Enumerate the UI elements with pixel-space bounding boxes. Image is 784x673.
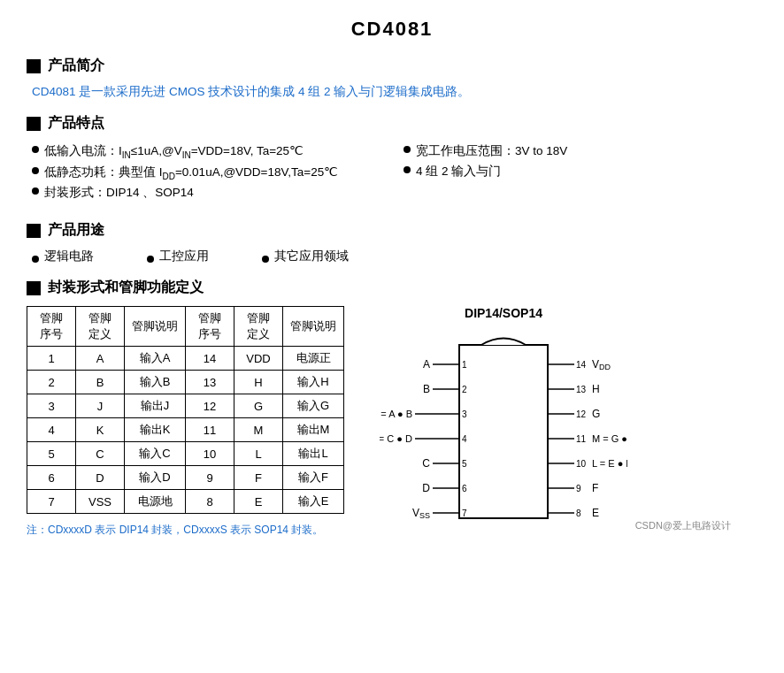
usage-section: 逻辑电路 工控应用 其它应用领域 <box>32 249 757 264</box>
th-pin-desc2: 管脚说明 <box>283 307 344 347</box>
package-section: 封装形式和管脚功能定义 管脚序号 管脚定义 管脚说明 管脚序号 管脚定义 管脚说… <box>27 279 757 538</box>
section-features-header: 产品特点 <box>27 114 757 133</box>
table-row: 4K输出K11M输出M <box>27 418 344 442</box>
usage-item-3: 其它应用领域 <box>262 249 349 264</box>
svg-text:9: 9 <box>576 484 581 493</box>
pin-table-wrapper: 管脚序号 管脚定义 管脚说明 管脚序号 管脚定义 管脚说明 1A输入A14VDD… <box>27 306 344 538</box>
square-icon <box>27 59 41 73</box>
table-row: 5C输入C10L输出L <box>27 442 344 466</box>
th-pin-num2: 管脚序号 <box>186 307 234 347</box>
feature-item-1: 低输入电流：IIN≤1uA,@VIN=VDD=18V, Ta=25℃ <box>32 141 386 163</box>
bullet-icon-7 <box>147 256 154 263</box>
features-section: 低输入电流：IIN≤1uA,@VIN=VDD=18V, Ta=25℃ 低静态功耗… <box>32 141 757 203</box>
dip-title: DIP14/SOP14 <box>465 306 542 320</box>
svg-text:H: H <box>592 383 600 395</box>
page-title: CD4081 <box>27 18 757 41</box>
th-pin-def1: 管脚定义 <box>76 307 125 347</box>
section-usage-header: 产品用途 <box>27 221 757 240</box>
svg-text:5: 5 <box>462 459 467 469</box>
th-pin-desc1: 管脚说明 <box>125 307 186 347</box>
table-row: 6D输入D9F输入F <box>27 466 344 490</box>
svg-text:VDD: VDD <box>592 358 611 371</box>
svg-text:M = G ● H: M = G ● H <box>592 433 627 444</box>
square-icon-2 <box>27 117 41 131</box>
feature-item-5: 4 组 2 输入与门 <box>404 162 757 182</box>
svg-text:4: 4 <box>462 434 467 444</box>
feature-item-2: 低静态功耗：典型值 IDD=0.01uA,@VDD=18V,Ta=25℃ <box>32 163 386 184</box>
svg-text:11: 11 <box>576 434 587 444</box>
th-pin-def2: 管脚定义 <box>234 307 283 347</box>
svg-text:13: 13 <box>576 385 587 394</box>
svg-text:C: C <box>422 457 430 470</box>
table-row: 2B输入B13H输入H <box>27 371 344 394</box>
table-header-row: 管脚序号 管脚定义 管脚说明 管脚序号 管脚定义 管脚说明 <box>27 307 344 347</box>
svg-text:K = C ● D: K = C ● D <box>380 433 412 444</box>
features-left: 低输入电流：IIN≤1uA,@VIN=VDD=18V, Ta=25℃ 低静态功耗… <box>32 141 386 203</box>
svg-rect-0 <box>459 345 548 518</box>
features-grid: 低输入电流：IIN≤1uA,@VIN=VDD=18V, Ta=25℃ 低静态功耗… <box>32 141 757 203</box>
intro-text: CD4081 是一款采用先进 CMOS 技术设计的集成 4 组 2 输入与门逻辑… <box>32 84 757 100</box>
dip-diagram: DIP14/SOP14 A 1 B 2 J = A ● B 3 <box>380 306 627 522</box>
svg-text:G: G <box>592 408 600 420</box>
section-intro-header: 产品简介 <box>27 57 757 75</box>
svg-text:B: B <box>423 383 430 395</box>
svg-text:F: F <box>592 482 598 494</box>
feature-item-3: 封装形式：DIP14 、SOP14 <box>32 183 386 203</box>
table-row: 3J输出J12G输入G <box>27 394 344 418</box>
watermark: CSDN@爱上电路设计 <box>635 519 731 532</box>
bullet-icon-8 <box>262 256 269 263</box>
square-icon-4 <box>27 281 41 295</box>
svg-text:J = A ● B: J = A ● B <box>380 409 412 419</box>
table-row: 1A输入A14VDD电源正 <box>27 347 344 371</box>
square-icon-3 <box>27 224 41 238</box>
bullet-icon <box>32 146 39 153</box>
usage-item-1: 逻辑电路 <box>32 249 94 264</box>
usage-grid: 逻辑电路 工控应用 其它应用领域 <box>32 249 757 264</box>
pin-table: 管脚序号 管脚定义 管脚说明 管脚序号 管脚定义 管脚说明 1A输入A14VDD… <box>27 306 344 514</box>
pin-table-body: 1A输入A14VDD电源正2B输入B13H输入H3J输出J12G输入G4K输出K… <box>27 347 344 514</box>
svg-text:1: 1 <box>462 360 467 370</box>
table-row: 7VSS电源地8E输入E <box>27 490 344 514</box>
svg-text:A: A <box>423 358 430 371</box>
svg-text:8: 8 <box>576 509 581 518</box>
svg-text:VSS: VSS <box>412 507 430 520</box>
usage-item-2: 工控应用 <box>147 249 209 264</box>
th-pin-num1: 管脚序号 <box>27 307 76 347</box>
svg-text:D: D <box>422 482 430 494</box>
footer-note: 注：CDxxxxD 表示 DIP14 封装，CDxxxxS 表示 SOP14 封… <box>27 523 344 538</box>
svg-text:3: 3 <box>462 409 467 419</box>
svg-text:6: 6 <box>462 484 467 493</box>
svg-text:E: E <box>592 507 599 519</box>
svg-text:L = E ● F: L = E ● F <box>592 458 627 469</box>
chip-svg: A 1 B 2 J = A ● B 3 K = C ● D 4 C 5 <box>380 327 627 522</box>
bullet-icon-3 <box>32 187 39 195</box>
svg-text:14: 14 <box>576 360 587 370</box>
bullet-icon-5 <box>404 166 411 173</box>
feature-item-4: 宽工作电压范围：3V to 18V <box>404 141 757 162</box>
svg-text:2: 2 <box>462 385 467 394</box>
bullet-icon-2 <box>32 167 39 174</box>
section-package-header: 封装形式和管脚功能定义 <box>27 279 757 297</box>
bullet-icon-6 <box>32 256 39 263</box>
svg-text:10: 10 <box>576 459 587 469</box>
bullet-icon-4 <box>404 146 411 153</box>
svg-text:7: 7 <box>462 509 467 518</box>
features-right: 宽工作电压范围：3V to 18V 4 组 2 输入与门 <box>404 141 757 203</box>
svg-text:12: 12 <box>576 409 587 419</box>
package-content: 管脚序号 管脚定义 管脚说明 管脚序号 管脚定义 管脚说明 1A输入A14VDD… <box>27 306 757 538</box>
